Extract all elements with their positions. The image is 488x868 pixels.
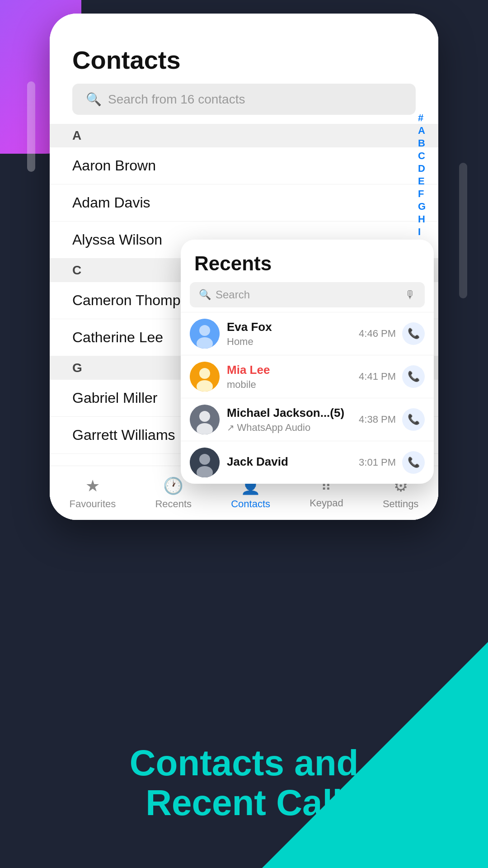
nav-favourites-label: Favourites — [70, 498, 116, 510]
alpha-F[interactable]: F — [418, 189, 426, 199]
recent-time-jack: 3:01 PM — [359, 457, 396, 468]
call-btn-jack[interactable]: 📞 — [402, 451, 425, 474]
side-bar-right-decoration — [459, 163, 467, 298]
phone-icon-jack: 📞 — [408, 457, 420, 468]
alpha-A[interactable]: A — [418, 126, 426, 136]
phone-icon-mia: 📞 — [408, 371, 420, 382]
nav-recents-label: Recents — [155, 498, 192, 510]
recent-time-eva: 4:46 PM — [359, 328, 396, 340]
recent-time-mia: 4:41 PM — [359, 371, 396, 382]
nav-contacts-label: Contacts — [231, 498, 270, 510]
avatar-michael-jackson — [190, 405, 220, 434]
recent-name-michael: Michael Jackson...(5) — [227, 406, 359, 420]
alpha-C[interactable]: C — [418, 151, 426, 161]
recents-title: Recents — [181, 240, 434, 282]
recent-info-eva: Eva Fox Home — [227, 320, 359, 348]
alpha-G[interactable]: G — [418, 202, 426, 212]
bottom-headline: Contacts and Recent Call — [0, 743, 488, 823]
phone-frame: Contacts 🔍 Search from 16 contacts # A B… — [50, 14, 438, 520]
status-bar — [50, 14, 438, 36]
headline-line2: Recent Call — [145, 783, 343, 823]
contact-adam-davis[interactable]: Adam Davis — [50, 184, 438, 222]
headline-line1: Contacts and — [130, 743, 359, 783]
recent-name-jack: Jack David — [227, 455, 359, 469]
alpha-D[interactable]: D — [418, 164, 426, 174]
alpha-I[interactable]: I — [418, 227, 426, 237]
recent-name-eva: Eva Fox — [227, 320, 359, 334]
avatar-jack-david — [190, 448, 220, 477]
page-title: Contacts — [72, 45, 416, 75]
recents-card: Recents 🔍 Search 🎙 Eva Fox Ho — [181, 240, 434, 484]
nav-keypad-label: Keypad — [310, 497, 343, 509]
recent-sub-eva: Home — [227, 336, 359, 348]
recent-info-michael: Michael Jackson...(5) WhatsApp Audio — [227, 406, 359, 434]
nav-settings-label: Settings — [383, 498, 419, 510]
phone-inner: Contacts 🔍 Search from 16 contacts # A B… — [50, 14, 438, 520]
headline-accent: Call — [276, 783, 343, 823]
contacts-header: Contacts 🔍 Search from 16 contacts — [50, 36, 438, 124]
recent-item-mia[interactable]: Mia Lee mobile 4:41 PM 📞 — [181, 355, 434, 398]
nav-favourites[interactable]: ★ Favourites — [70, 476, 116, 510]
clock-icon: 🕐 — [163, 476, 183, 495]
recent-info-mia: Mia Lee mobile — [227, 363, 359, 391]
alpha-H[interactable]: H — [418, 214, 426, 224]
recent-item-jack[interactable]: Jack David 3:01 PM 📞 — [181, 441, 434, 484]
phone-icon-michael: 📞 — [408, 414, 420, 425]
bottom-headline-text: Contacts and Recent Call — [0, 743, 488, 823]
recent-sub-mia: mobile — [227, 379, 359, 391]
avatar-eva-fox — [190, 319, 220, 349]
recents-search-placeholder: Search — [216, 288, 400, 301]
call-btn-mia[interactable]: 📞 — [402, 365, 425, 388]
call-btn-eva[interactable]: 📞 — [402, 322, 425, 345]
svg-point-1 — [199, 325, 210, 336]
svg-point-10 — [199, 454, 210, 465]
svg-point-4 — [199, 368, 210, 379]
section-header-a: A — [50, 124, 438, 147]
star-icon: ★ — [85, 476, 100, 495]
recent-name-mia: Mia Lee — [227, 363, 359, 377]
recents-search-icon: 🔍 — [199, 289, 211, 301]
search-placeholder: Search from 16 contacts — [108, 92, 245, 107]
phone-icon-eva: 📞 — [408, 328, 420, 340]
recents-search-bar[interactable]: 🔍 Search 🎙 — [190, 282, 425, 307]
recent-item-michael[interactable]: Michael Jackson...(5) WhatsApp Audio 4:3… — [181, 398, 434, 441]
svg-point-7 — [199, 411, 210, 422]
avatar-mia-lee — [190, 362, 220, 392]
alpha-E[interactable]: E — [418, 176, 426, 186]
side-bar-left-decoration — [27, 81, 35, 172]
search-icon: 🔍 — [86, 92, 102, 107]
alpha-B[interactable]: B — [418, 138, 426, 148]
call-btn-michael[interactable]: 📞 — [402, 408, 425, 431]
recent-sub-michael: WhatsApp Audio — [227, 422, 359, 434]
microphone-icon[interactable]: 🎙 — [405, 288, 416, 301]
recent-time-michael: 4:38 PM — [359, 414, 396, 425]
recent-info-jack: Jack David — [227, 455, 359, 471]
search-bar[interactable]: 🔍 Search from 16 contacts — [72, 84, 416, 115]
recent-item-eva[interactable]: Eva Fox Home 4:46 PM 📞 — [181, 312, 434, 355]
contact-aaron-brown[interactable]: Aaron Brown — [50, 147, 438, 184]
alpha-hash[interactable]: # — [418, 113, 426, 123]
